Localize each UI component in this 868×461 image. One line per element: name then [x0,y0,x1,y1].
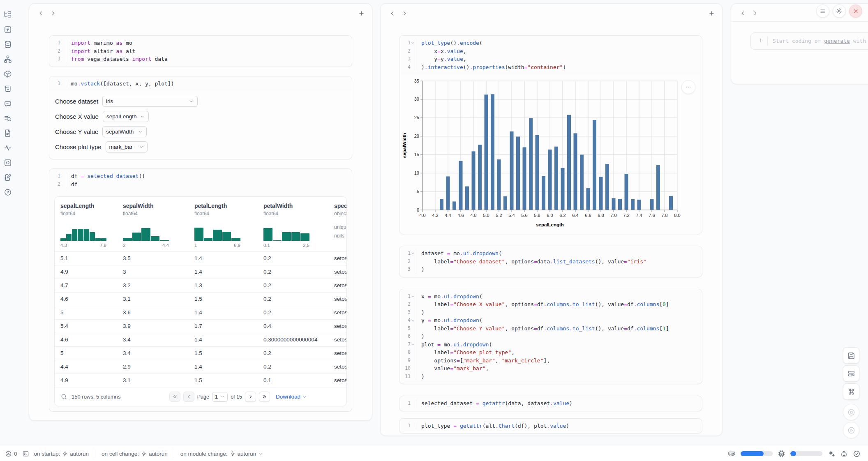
notebook-cell[interactable]: 1df = selected_dataset()2dfsepalLengthfl… [49,168,352,412]
stop-kernel-button[interactable] [843,404,859,420]
code-editor[interactable]: 1x = mo.ui.dropdown(2 label="Choose X va… [399,289,702,384]
sidebar-item-ai-chat[interactable] [4,99,12,108]
table-column-header[interactable]: sepalWidthfloat6424.4 [123,203,189,248]
sidebar-item-snippets[interactable] [4,159,12,167]
code-line: 5 label="Choose Y value", options=df.col… [399,325,702,333]
last-page-button[interactable] [259,392,270,402]
chart-actions-button[interactable] [681,80,695,94]
fold-chevron-icon[interactable] [411,251,416,256]
sidebar-item-file-explorer[interactable] [4,11,12,19]
table-cell: 0.1 [263,377,271,383]
prev-page-button[interactable] [183,392,194,402]
settings-button[interactable] [833,5,846,18]
on-module-change-setting[interactable]: on module change: autorun [180,451,264,457]
notebook-cell[interactable]: 1selected_dataset = getattr(data, datase… [399,396,702,411]
command-palette-button[interactable] [843,383,859,400]
sidebar-item-variables[interactable] [4,25,12,34]
fold-chevron-icon[interactable] [411,318,416,323]
notebook-cell[interactable]: 1import marimo as mo2import altair as al… [49,35,352,67]
column-move-left-button[interactable] [388,10,396,18]
table-row[interactable]: 4.93.11.50.1setosa [55,373,346,387]
fold-chevron-icon[interactable] [411,342,416,347]
sidebar-item-logs[interactable] [4,85,12,93]
sidebar-item-dependency-graph[interactable] [4,55,12,63]
fold-chevron-icon[interactable] [411,294,416,299]
dropdown-choose-plot-type[interactable]: mark_bar [106,141,148,152]
sidebar-item-outline[interactable] [4,114,12,122]
table-column-header[interactable]: sepalLengthfloat644.37.9 [60,203,126,248]
dropdown-choose-x-value[interactable]: sepalLength [103,111,149,122]
table-row[interactable]: 4.42.91.40.2setosa [55,360,346,373]
page-label: Page [197,394,209,400]
page-total-label: of 15 [231,394,242,400]
add-cell-button[interactable] [357,10,365,18]
code-editor[interactable]: 1plot_type().encode(2 x=x.value,3 y=y.va… [399,36,702,74]
search-icon[interactable] [60,393,67,400]
table-row[interactable]: 4.73.21.30.2setosa [55,279,346,292]
code-editor[interactable]: 1df = selected_dataset()2df [49,169,352,191]
fold-chevron-icon[interactable] [411,41,416,45]
generate-with-ai-link[interactable]: generate [824,38,850,44]
notebook-cell[interactable]: 1plot_type().encode(2 x=x.value,3 y=y.va… [399,35,702,234]
column-move-right-button[interactable] [400,10,409,18]
table-row[interactable]: 53.61.40.2setosa [55,306,346,319]
column-move-right-button[interactable] [751,10,759,18]
code-editor[interactable]: 1plot_type = getattr(alt.Chart(df), plot… [399,419,702,433]
bar-chart[interactable]: 4.04.24.44.64.85.05.25.45.65.86.06.26.46… [401,76,686,229]
notebook-menu-button[interactable] [816,5,829,18]
column-move-left-button[interactable] [37,10,45,18]
dropdown-choose-dataset[interactable]: iris [102,96,198,107]
table-row[interactable]: 4.931.40.2setosa [55,265,346,279]
on-cell-change-setting[interactable]: on cell change: autorun [102,451,168,457]
next-page-button[interactable] [245,392,256,402]
table-column-header[interactable]: petalWidthfloat640.12.5 [263,203,329,248]
menu-icon [820,8,826,14]
download-button[interactable]: Download [276,394,307,400]
sidebar-item-scratchpad[interactable] [4,173,12,182]
variables-icon [4,29,12,35]
run-all-button[interactable] [843,422,859,438]
page-select[interactable]: 1 [212,392,228,402]
notebook-cell[interactable]: 1plot_type = getattr(alt.Chart(df), plot… [399,418,702,434]
error-count-button[interactable]: 0 [5,450,17,457]
notebook-cell[interactable]: 1mo.vstack([dataset, x, y, plot])Choose … [49,76,352,160]
plus-icon [708,10,715,17]
plus-icon [358,10,365,17]
sidebar-item-help[interactable] [4,188,12,196]
code-text: import altair as alt [66,47,352,55]
terminal-button[interactable] [22,450,29,457]
sidebar-item-packages[interactable] [4,70,12,78]
sidebar-item-datasources[interactable] [4,40,12,48]
empty-cell[interactable]: 1 Start coding or generate with AI [750,32,868,50]
layout-select-button[interactable] [843,365,859,382]
add-cell-button[interactable] [707,10,716,18]
table-row[interactable]: 5.43.91.70.4setosa [55,319,346,333]
shutdown-button[interactable] [849,5,862,18]
table-row[interactable]: 53.41.50.2setosa [55,346,346,360]
dropdown-choose-y-value[interactable]: sepalWidth [102,126,147,137]
table-row[interactable]: 4.63.11.50.2setosa [55,292,346,306]
table-column-header[interactable]: speciesobjectuniquenulls: [334,203,347,240]
table-row[interactable]: 5.13.51.40.2setosa [55,251,346,265]
save-notebook-button[interactable] [843,347,859,364]
notebook-cell[interactable]: 1x = mo.ui.dropdown(2 label="Choose X va… [399,289,702,385]
table-row[interactable]: 4.63.41.40.3000000000000004setosa [55,333,346,346]
connection-status-button[interactable] [853,450,861,458]
sidebar-item-tracing[interactable] [4,144,12,152]
notebook-cell[interactable]: 1dataset = mo.ui.dropdown(2 label="Choos… [399,246,702,277]
ai-features-button[interactable] [827,450,835,458]
assistant-button[interactable] [840,450,848,458]
cell-placeholder[interactable]: Start coding or generate with AI [767,37,868,45]
code-text: x=x.value, [416,47,702,55]
table-column-header[interactable]: petalLengthfloat6416.9 [194,203,260,248]
line-number: 3 [399,55,416,63]
code-editor[interactable]: 1selected_dataset = getattr(data, datase… [399,396,702,411]
on-startup-setting[interactable]: on startup: autorun [34,451,89,457]
code-editor[interactable]: 1dataset = mo.ui.dropdown(2 label="Choos… [399,246,702,277]
code-editor[interactable]: 1mo.vstack([dataset, x, y, plot]) [49,76,352,91]
column-move-right-button[interactable] [49,10,57,18]
sidebar-item-documentation[interactable] [4,129,12,137]
column-move-left-button[interactable] [739,10,747,18]
code-editor[interactable]: 1import marimo as mo2import altair as al… [49,36,352,67]
first-page-button[interactable] [169,392,180,402]
